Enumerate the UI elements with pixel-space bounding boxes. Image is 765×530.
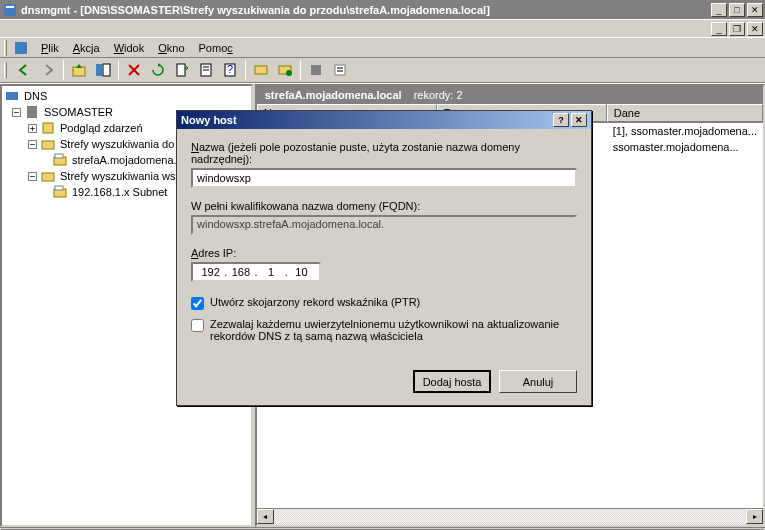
svg-rect-27 bbox=[55, 186, 63, 190]
zone-icon bbox=[52, 184, 68, 200]
expand-icon[interactable]: + bbox=[28, 124, 37, 133]
collapse-icon[interactable]: − bbox=[28, 172, 37, 181]
svg-rect-3 bbox=[73, 67, 85, 76]
dialog-title: Nowy host bbox=[181, 114, 553, 126]
tree-root[interactable]: DNS bbox=[4, 88, 249, 104]
maximize-button[interactable]: □ bbox=[729, 3, 745, 17]
ptr-checkbox-row[interactable]: Utwórz skojarzony rekord wskaźnika (PTR) bbox=[191, 296, 577, 310]
mdi-close-button[interactable]: ✕ bbox=[747, 22, 763, 36]
name-input[interactable] bbox=[191, 168, 577, 188]
ip-input[interactable]: 192. 168. 1. 10 bbox=[191, 262, 321, 282]
menu-plik[interactable]: Plik bbox=[35, 40, 65, 56]
svg-rect-2 bbox=[15, 42, 27, 54]
forward-button[interactable] bbox=[37, 59, 59, 81]
minimize-button[interactable]: _ bbox=[711, 3, 727, 17]
mdi-restore-button[interactable]: ❐ bbox=[729, 22, 745, 36]
book-icon bbox=[40, 120, 56, 136]
auth-label: Zezwalaj każdemu uwierzytelnionemu użytk… bbox=[210, 318, 577, 342]
menu-grip bbox=[4, 40, 7, 56]
menu-okno[interactable]: Okno bbox=[152, 40, 190, 56]
svg-text:?: ? bbox=[227, 63, 233, 75]
export-button[interactable] bbox=[171, 59, 193, 81]
properties-button[interactable] bbox=[195, 59, 217, 81]
fqdn-display: windowsxp.strefaA.mojadomena.local. bbox=[191, 215, 577, 235]
svg-rect-0 bbox=[4, 4, 16, 16]
refresh-button[interactable] bbox=[147, 59, 169, 81]
svg-point-14 bbox=[286, 70, 292, 76]
dns-icon bbox=[4, 88, 20, 104]
svg-rect-20 bbox=[27, 106, 37, 118]
scroll-track[interactable] bbox=[274, 509, 746, 525]
ptr-checkbox[interactable] bbox=[191, 297, 204, 310]
zone-header: strefaA.mojadomena.local rekordy: 2 bbox=[257, 86, 763, 104]
svg-rect-19 bbox=[6, 92, 18, 100]
up-button[interactable] bbox=[68, 59, 90, 81]
folder-icon bbox=[40, 136, 56, 152]
dialog-titlebar[interactable]: Nowy host ? ✕ bbox=[177, 111, 591, 129]
tool-button-4[interactable] bbox=[329, 59, 351, 81]
window-titlebar: dnsmgmt - [DNS\SSOMASTER\Strefy wyszukiw… bbox=[0, 0, 765, 19]
help-button[interactable]: ? bbox=[219, 59, 241, 81]
svg-rect-22 bbox=[42, 141, 54, 149]
horizontal-scrollbar[interactable]: ◂ ▸ bbox=[257, 508, 763, 525]
show-hide-tree-button[interactable] bbox=[92, 59, 114, 81]
folder-icon bbox=[40, 168, 56, 184]
scroll-right-button[interactable]: ▸ bbox=[746, 509, 763, 524]
back-button[interactable] bbox=[13, 59, 35, 81]
dialog-help-button[interactable]: ? bbox=[553, 113, 569, 127]
svg-rect-12 bbox=[255, 66, 267, 74]
svg-rect-25 bbox=[42, 173, 54, 181]
scroll-left-button[interactable]: ◂ bbox=[257, 509, 274, 524]
menu-pomoc[interactable]: Pomoc bbox=[193, 40, 239, 56]
server-icon bbox=[24, 104, 40, 120]
close-button[interactable]: ✕ bbox=[747, 3, 763, 17]
collapse-icon[interactable]: − bbox=[28, 140, 37, 149]
collapse-icon[interactable]: − bbox=[12, 108, 21, 117]
tool-button-3[interactable] bbox=[305, 59, 327, 81]
menu-widok[interactable]: Widok bbox=[108, 40, 151, 56]
add-host-button[interactable]: Dodaj hosta bbox=[413, 370, 491, 393]
svg-rect-4 bbox=[96, 64, 102, 76]
svg-rect-16 bbox=[335, 65, 345, 75]
tool-button-1[interactable] bbox=[250, 59, 272, 81]
mdi-minimize-button[interactable]: _ bbox=[711, 22, 727, 36]
dialog-close-button[interactable]: ✕ bbox=[571, 113, 587, 127]
zone-name: strefaA.mojadomena.local bbox=[265, 89, 402, 101]
svg-rect-1 bbox=[6, 6, 14, 8]
ptr-label: Utwórz skojarzony rekord wskaźnika (PTR) bbox=[210, 296, 420, 308]
svg-rect-24 bbox=[55, 154, 63, 158]
ip-label: Adres IP: bbox=[191, 247, 577, 259]
fqdn-label: W pełni kwalifikowana nazwa domeny (FQDN… bbox=[191, 200, 577, 212]
name-label: Nazwa (jeżeli pole pozostanie puste, uży… bbox=[191, 141, 577, 165]
svg-rect-15 bbox=[311, 65, 321, 75]
new-host-dialog: Nowy host ? ✕ Nazwa (jeżeli pole pozosta… bbox=[176, 110, 592, 406]
tool-button-2[interactable] bbox=[274, 59, 296, 81]
auth-checkbox-row[interactable]: Zezwalaj każdemu uwierzytelnionemu użytk… bbox=[191, 318, 577, 342]
toolbar: ? bbox=[0, 57, 765, 83]
toolbar-grip bbox=[4, 62, 7, 78]
svg-rect-21 bbox=[43, 123, 53, 133]
cancel-button[interactable]: Anuluj bbox=[499, 370, 577, 393]
menubar: Plik Akcja Widok Okno Pomoc bbox=[0, 37, 765, 57]
mdi-bar: _ ❐ ✕ bbox=[0, 19, 765, 37]
auth-checkbox[interactable] bbox=[191, 319, 204, 332]
col-data[interactable]: Dane bbox=[607, 104, 763, 122]
window-title: dnsmgmt - [DNS\SSOMASTER\Strefy wyszukiw… bbox=[21, 4, 711, 16]
svg-rect-5 bbox=[103, 64, 110, 76]
delete-button[interactable] bbox=[123, 59, 145, 81]
mdi-app-icon[interactable] bbox=[13, 40, 29, 56]
svg-rect-6 bbox=[177, 64, 185, 76]
zone-icon bbox=[52, 152, 68, 168]
menu-akcja[interactable]: Akcja bbox=[67, 40, 106, 56]
app-icon bbox=[2, 2, 18, 18]
